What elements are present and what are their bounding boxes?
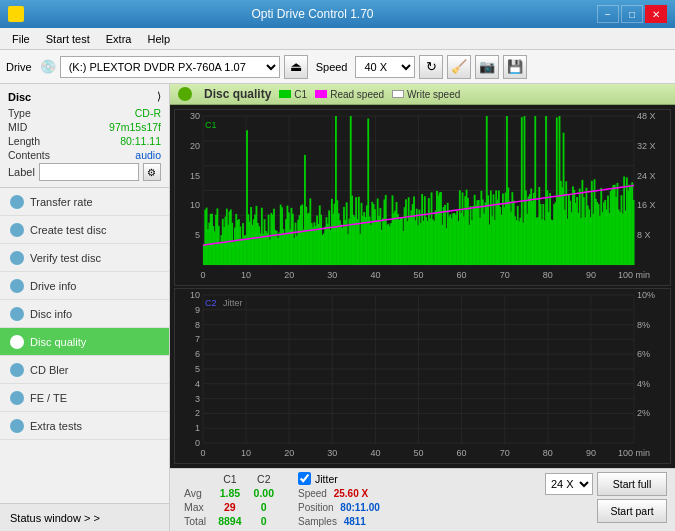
avg-c1: 1.85 xyxy=(212,486,247,500)
total-c1: 8894 xyxy=(212,514,247,528)
disc-info-icon xyxy=(10,307,24,321)
nav-cd-bler[interactable]: CD Bler xyxy=(0,356,169,384)
upper-chart xyxy=(174,109,671,286)
start-full-button[interactable]: Start full xyxy=(597,472,667,496)
stats-table: C1 C2 Avg 1.85 0.00 Max 29 0 Total 8894 … xyxy=(178,472,280,528)
samples-row: Samples 4811 xyxy=(298,516,380,527)
disc-label-row: Label ⚙ xyxy=(8,163,161,181)
max-label: Max xyxy=(178,500,212,514)
disc-length-val: 80:11.11 xyxy=(120,135,161,147)
transfer-rate-icon xyxy=(10,195,24,209)
nav-extra-tests[interactable]: Extra tests xyxy=(0,412,169,440)
menu-file[interactable]: File xyxy=(4,31,38,47)
total-c2: 0 xyxy=(248,514,280,528)
samples-val: 4811 xyxy=(344,516,366,527)
disc-info-panel: Disc ⟩ Type CD-R MID 97m15s17f Length 80… xyxy=(0,84,169,188)
col-header-c2: C2 xyxy=(248,472,280,486)
disc-arrow-icon[interactable]: ⟩ xyxy=(157,90,161,103)
disc-type-val: CD-R xyxy=(135,107,161,119)
refresh-button[interactable]: ↻ xyxy=(419,55,443,79)
speed-row: Speed 25.60 X xyxy=(298,488,380,499)
app-title: Opti Drive Control 1.70 xyxy=(28,7,597,21)
eject-button[interactable]: ⏏ xyxy=(284,55,308,79)
minimize-button[interactable]: − xyxy=(597,5,619,23)
nav-items: Transfer rate Create test disc Verify te… xyxy=(0,188,169,503)
menu-help[interactable]: Help xyxy=(139,31,178,47)
legend-c1: C1 xyxy=(279,89,307,100)
maximize-button[interactable]: □ xyxy=(621,5,643,23)
drive-info-icon xyxy=(10,279,24,293)
start-part-button[interactable]: Start part xyxy=(597,499,667,523)
disc-mid-val: 97m15s17f xyxy=(109,121,161,133)
nav-disc-quality[interactable]: Disc quality xyxy=(0,328,169,356)
nav-drive-info[interactable]: Drive info xyxy=(0,272,169,300)
create-test-disc-icon xyxy=(10,223,24,237)
main-layout: Disc ⟩ Type CD-R MID 97m15s17f Length 80… xyxy=(0,84,675,531)
jitter-label: Jitter xyxy=(315,473,338,485)
max-c2: 0 xyxy=(248,500,280,514)
jitter-checkbox[interactable] xyxy=(298,472,311,485)
extra-tests-icon xyxy=(10,419,24,433)
disc-contents-val: audio xyxy=(135,149,161,161)
nav-transfer-rate[interactable]: Transfer rate xyxy=(0,188,169,216)
speed-val: 25.60 X xyxy=(334,488,368,499)
legend-write-speed-box xyxy=(392,90,404,98)
camera-button[interactable]: 📷 xyxy=(475,55,499,79)
col-header-c1: C1 xyxy=(212,472,247,486)
disc-quality-icon xyxy=(10,335,24,349)
legend-write-speed: Write speed xyxy=(392,89,460,100)
stats-area: C1 C2 Avg 1.85 0.00 Max 29 0 Total 8894 … xyxy=(170,468,675,531)
nav-fe-te[interactable]: FE / TE xyxy=(0,384,169,412)
verify-test-disc-icon xyxy=(10,251,24,265)
right-content: Disc quality C1 Read speed Write speed xyxy=(170,84,675,531)
menu-extra[interactable]: Extra xyxy=(98,31,140,47)
right-action-area: 24 X Start full Start part xyxy=(545,472,667,523)
save-button[interactable]: 💾 xyxy=(503,55,527,79)
menu-bar: File Start test Extra Help xyxy=(0,28,675,50)
lower-chart xyxy=(174,288,671,464)
chart-header-icon xyxy=(178,87,192,101)
stats-avg-row: Avg 1.85 0.00 xyxy=(178,486,280,500)
quality-speed-select[interactable]: 24 X xyxy=(545,473,593,495)
title-bar: Opti Drive Control 1.70 − □ ✕ xyxy=(0,0,675,28)
close-button[interactable]: ✕ xyxy=(645,5,667,23)
legend-read-speed: Read speed xyxy=(315,89,384,100)
legend-read-speed-box xyxy=(315,90,327,98)
disc-contents-row: Contents audio xyxy=(8,149,161,161)
legend-c1-box xyxy=(279,90,291,98)
label-input[interactable] xyxy=(39,163,139,181)
label-settings-button[interactable]: ⚙ xyxy=(143,163,161,181)
max-c1: 29 xyxy=(212,500,247,514)
nav-create-test-disc[interactable]: Create test disc xyxy=(0,216,169,244)
left-panel: Disc ⟩ Type CD-R MID 97m15s17f Length 80… xyxy=(0,84,170,531)
fe-te-icon xyxy=(10,391,24,405)
cd-bler-icon xyxy=(10,363,24,377)
position-label: Position xyxy=(298,502,334,513)
stats-total-row: Total 8894 0 xyxy=(178,514,280,528)
jitter-speed-section: Jitter Speed 25.60 X Position 80:11.00 S… xyxy=(298,472,380,527)
app-icon xyxy=(8,6,24,22)
status-window-button[interactable]: Status window > > xyxy=(0,503,169,531)
chart-title: Disc quality xyxy=(204,87,271,101)
upper-chart-canvas xyxy=(175,110,670,285)
position-row: Position 80:11.00 xyxy=(298,502,380,513)
disc-length-row: Length 80:11.11 xyxy=(8,135,161,147)
speed-select[interactable]: 40 X xyxy=(355,56,415,78)
avg-c2: 0.00 xyxy=(248,486,280,500)
drive-select[interactable]: (K:) PLEXTOR DVDR PX-760A 1.07 xyxy=(60,56,280,78)
stats-max-row: Max 29 0 xyxy=(178,500,280,514)
position-val: 80:11.00 xyxy=(340,502,379,513)
speed-select-row: 24 X Start full xyxy=(545,472,667,496)
eraser-button[interactable]: 🧹 xyxy=(447,55,471,79)
chart-header: Disc quality C1 Read speed Write speed xyxy=(170,84,675,105)
speed-label: Speed xyxy=(298,488,327,499)
lower-chart-canvas xyxy=(175,289,670,463)
nav-disc-info[interactable]: Disc info xyxy=(0,300,169,328)
speed-label: Speed xyxy=(316,61,348,73)
disc-mid-row: MID 97m15s17f xyxy=(8,121,161,133)
disc-type-row: Type CD-R xyxy=(8,107,161,119)
nav-verify-test-disc[interactable]: Verify test disc xyxy=(0,244,169,272)
drive-icon: 💿 xyxy=(40,59,56,74)
menu-start-test[interactable]: Start test xyxy=(38,31,98,47)
charts-area xyxy=(170,105,675,468)
